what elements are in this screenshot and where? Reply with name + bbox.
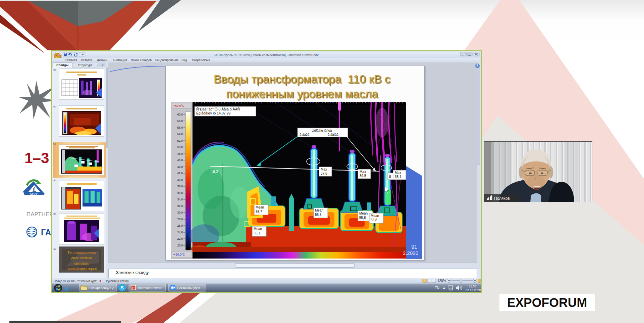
svg-text:Mean: Mean xyxy=(254,227,262,231)
svg-text:28,0: 28,0 xyxy=(177,218,183,221)
svg-text:Поляков: Поляков xyxy=(494,196,510,201)
svg-text:38,0: 38,0 xyxy=(177,185,183,188)
svg-text:Тепловизионная: Тепловизионная xyxy=(67,250,96,255)
svg-text:S: S xyxy=(120,285,124,290)
svg-text:диагностика: диагностика xyxy=(71,256,93,260)
svg-text:>60.0°C: >60.0°C xyxy=(173,104,184,107)
svg-text:â ááêâ: â ááêâ xyxy=(300,133,310,136)
svg-text:46,0: 46,0 xyxy=(177,158,183,162)
svg-text:30,0: 30,0 xyxy=(177,211,183,214)
svg-text:2.2020: 2.2020 xyxy=(403,250,418,256)
svg-text:18,2: 18,2 xyxy=(211,170,218,174)
svg-text:20,0: 20,0 xyxy=(177,244,183,247)
svg-text:Max: Max xyxy=(395,171,401,175)
svg-text:Mean: Mean xyxy=(256,205,264,209)
svg-text:54,0: 54,0 xyxy=(177,132,183,136)
svg-text:11:38: 11:38 xyxy=(469,285,476,288)
svg-text:48,0: 48,0 xyxy=(177,152,183,155)
svg-text:0 конференция Д...: 0 конференция Д... xyxy=(89,286,117,290)
svg-text:СПАР: СПАР xyxy=(30,192,38,195)
svg-text:55,1: 55,1 xyxy=(254,231,260,235)
svg-text:Ñ"Ðàéìíàó" Ô-3 Âåìà ô ÂÀÑ: Ñ"Ðàéìíàó" Ô-3 Âåìà ô ÂÀÑ xyxy=(196,107,240,111)
svg-text:Óðîâåíü ìàñëà: Óðîâåíü ìàñëà xyxy=(312,129,332,132)
svg-text:55,7: 55,7 xyxy=(256,210,262,214)
svg-text:P: P xyxy=(132,286,134,289)
svg-text:Mean: Mean xyxy=(315,209,323,212)
svg-text:55,8: 55,8 xyxy=(359,216,366,220)
svg-text:56,0: 56,0 xyxy=(177,126,183,129)
svg-text:91: 91 xyxy=(411,244,417,250)
svg-text:60,0: 60,0 xyxy=(177,113,183,116)
svg-text:24,0: 24,0 xyxy=(177,231,183,234)
svg-text:трансформаторов: трансформаторов xyxy=(66,267,97,271)
svg-text:58,0: 58,0 xyxy=(177,119,183,123)
svg-text:Mean: Mean xyxy=(359,212,368,215)
svg-text:8: 8 xyxy=(389,175,391,179)
svg-text:Элементы упра...: Элементы упра... xyxy=(177,286,203,290)
svg-text:44,0: 44,0 xyxy=(177,165,183,169)
svg-text:02.12.2020: 02.12.2020 xyxy=(466,288,481,292)
svg-text:120%: 120% xyxy=(437,279,446,283)
svg-text:55,8: 55,8 xyxy=(371,218,377,222)
svg-text:39,5: 39,5 xyxy=(360,174,366,178)
svg-text:e: e xyxy=(65,283,69,292)
svg-text:22,0: 22,0 xyxy=(177,237,183,240)
svg-text:Microsoft PowerP...: Microsoft PowerP... xyxy=(138,286,165,290)
svg-text:37,6: 37,6 xyxy=(321,172,327,175)
svg-text:34,0: 34,0 xyxy=(177,198,183,201)
svg-text:Max: Max xyxy=(321,168,327,171)
svg-text:Mean: Mean xyxy=(371,214,379,218)
svg-text:Èçìåðåíèy ìò 14.07.99: Èçìåðåíèy ìò 14.07.99 xyxy=(196,111,230,115)
svg-text:Max: Max xyxy=(360,170,366,174)
svg-text:*<20.0°C: *<20.0°C xyxy=(173,253,185,256)
svg-text:52,0: 52,0 xyxy=(177,139,183,142)
svg-text:32,0: 32,0 xyxy=(177,204,183,208)
svg-text:EN: EN xyxy=(435,286,439,290)
svg-text:силовых: силовых xyxy=(74,261,89,265)
svg-text:55,3: 55,3 xyxy=(315,213,322,217)
svg-text:â âåìàâ: â âåìàâ xyxy=(328,133,338,136)
svg-text:40,0: 40,0 xyxy=(177,178,183,182)
svg-text:26,0: 26,0 xyxy=(177,224,183,227)
svg-text:50,0: 50,0 xyxy=(177,145,183,149)
svg-text:36,0: 36,0 xyxy=(177,191,183,195)
svg-text:35,1: 35,1 xyxy=(395,175,401,179)
svg-text:42,0: 42,0 xyxy=(177,172,183,175)
